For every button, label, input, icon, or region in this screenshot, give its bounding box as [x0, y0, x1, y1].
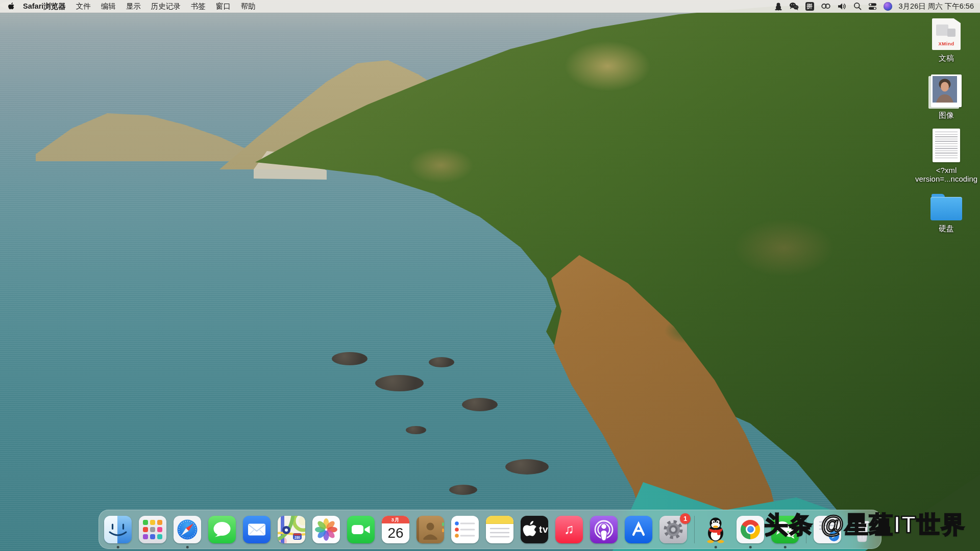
control-center-icon[interactable] [868, 2, 877, 11]
dock-icon-calendar[interactable]: 3月 26 [382, 516, 409, 543]
dock-icon-app-store[interactable] [625, 516, 652, 543]
maps-icon: 280 [278, 516, 305, 543]
calendar-day: 26 [382, 523, 409, 543]
active-app-menu[interactable]: Safari浏览器 [18, 2, 71, 11]
dock-icon-system-preferences[interactable]: 1 [659, 516, 687, 543]
reminders-icon [451, 516, 479, 543]
dock-icon-safari[interactable] [174, 516, 201, 543]
launchpad-icon [139, 516, 166, 543]
desktop-icon-image[interactable]: 图像 [916, 74, 977, 119]
dock-icon-apple-tv[interactable]: tv [521, 516, 548, 543]
volume-icon[interactable] [838, 2, 847, 11]
dock-icon-photos[interactable] [312, 516, 340, 543]
label-line-2: version=...ncoding [915, 174, 977, 183]
document-preview-block [936, 24, 948, 36]
desktop-icon-label: 文稿 [939, 54, 954, 62]
mail-icon [243, 516, 271, 543]
dock-icon-contacts[interactable] [416, 516, 444, 543]
wallpaper-rock [332, 352, 368, 365]
menu-bar: Safari浏览器 文件 编辑 显示 历史记录 书签 窗口 帮助 拼 [0, 0, 980, 13]
chrome-color-ring [741, 520, 760, 539]
link-icon[interactable] [821, 2, 831, 11]
wallpaper-rock [505, 459, 549, 474]
desktop-icon-label: 硬盘 [939, 224, 954, 233]
dock-icon-reminders[interactable] [451, 516, 479, 543]
chrome-icon [737, 516, 764, 543]
menu-window[interactable]: 窗口 [211, 2, 236, 11]
desktop-icon-documents[interactable]: XMind 文稿 [916, 18, 977, 62]
dock-icon-notes[interactable] [486, 516, 513, 543]
wallpaper [0, 0, 980, 551]
photos-icon [312, 516, 340, 543]
calendar-icon: 3月 26 [382, 516, 409, 543]
music-icon: ♫ [555, 516, 583, 543]
messages-icon [208, 516, 236, 543]
wallpaper-rock [375, 375, 424, 391]
dock-icon-maps[interactable]: 280 [278, 516, 305, 543]
apple-menu-icon[interactable] [7, 2, 15, 11]
blue-folder-icon [930, 197, 962, 220]
user-avatar[interactable] [884, 2, 892, 11]
menu-bar-status: 拼 3月26日 周六 下午6:56 [774, 2, 974, 11]
finder-icon [104, 516, 132, 543]
calendar-month: 3月 [382, 516, 409, 523]
app-store-icon [625, 516, 652, 543]
wallpaper-rock [406, 426, 426, 434]
facetime-icon [347, 516, 375, 543]
running-indicator [186, 546, 189, 548]
menu-history[interactable]: 历史记录 [146, 2, 186, 11]
watermark: 头条 @星蕴IT世界 [764, 509, 966, 541]
text-lines [935, 132, 958, 159]
notification-badge: 1 [680, 513, 691, 524]
dock-icon-music[interactable]: ♫ [555, 516, 583, 543]
dock-icon-qq[interactable] [702, 516, 729, 543]
running-indicator [715, 546, 717, 548]
launchpad-grid [143, 520, 162, 539]
desktop-icon-hard-disk[interactable]: 硬盘 [916, 193, 977, 233]
desktop-icon-label: <?xml version=...ncoding [915, 166, 977, 184]
desktop: Safari浏览器 文件 编辑 显示 历史记录 书签 窗口 帮助 拼 [0, 0, 980, 551]
dock-icon-launchpad[interactable] [139, 516, 166, 543]
menu-help[interactable]: 帮助 [236, 2, 261, 11]
dock-icon-podcasts[interactable] [590, 516, 618, 543]
chrome-hub [746, 524, 755, 534]
menu-file[interactable]: 文件 [71, 2, 96, 11]
portrait-thumbnail [933, 76, 957, 103]
apple-glyph [521, 516, 538, 543]
document-preview-block [947, 29, 955, 37]
dock-icon-mail[interactable] [243, 516, 271, 543]
xmind-document-icon: XMind [932, 18, 961, 50]
text-document-icon [933, 129, 960, 162]
maps-shield-text: 280 [295, 535, 300, 539]
dock-icon-facetime[interactable] [347, 516, 375, 543]
dock-divider [694, 516, 695, 543]
safari-icon [174, 516, 201, 543]
menu-view[interactable]: 显示 [121, 2, 146, 11]
chrome-blue-core [747, 526, 754, 533]
spotlight-search-icon[interactable] [853, 2, 862, 11]
desktop-icon-xml-file[interactable]: <?xml version=...ncoding [916, 129, 977, 184]
qq-penguin-icon[interactable] [774, 2, 782, 11]
menu-bookmarks[interactable]: 书签 [186, 2, 211, 11]
folder-body [930, 197, 962, 220]
notes-icon [486, 516, 513, 543]
photo-icon [931, 74, 962, 107]
contacts-icon [416, 516, 444, 543]
running-indicator [784, 546, 787, 548]
xmind-logo-text: XMind [932, 41, 961, 46]
dock-icon-chrome[interactable] [737, 516, 764, 543]
dock-icon-finder[interactable] [104, 516, 132, 543]
running-indicator [117, 546, 119, 548]
menu-edit[interactable]: 编辑 [96, 2, 121, 11]
music-note-glyph: ♫ [564, 521, 574, 537]
menu-bar-clock[interactable]: 3月26日 周六 下午6:56 [899, 2, 974, 11]
wallpaper-rock [462, 398, 498, 411]
qq-icon [702, 516, 729, 543]
tv-logo-text: tv [539, 524, 548, 535]
wallpaper-rock [429, 357, 454, 367]
apple-tv-icon: tv [521, 516, 548, 543]
menu-bar-left: Safari浏览器 文件 编辑 显示 历史记录 书签 窗口 帮助 [7, 2, 261, 11]
wechat-icon[interactable] [789, 2, 799, 11]
dock-icon-messages[interactable] [208, 516, 236, 543]
pinyin-input-icon[interactable]: 拼 [805, 2, 814, 11]
